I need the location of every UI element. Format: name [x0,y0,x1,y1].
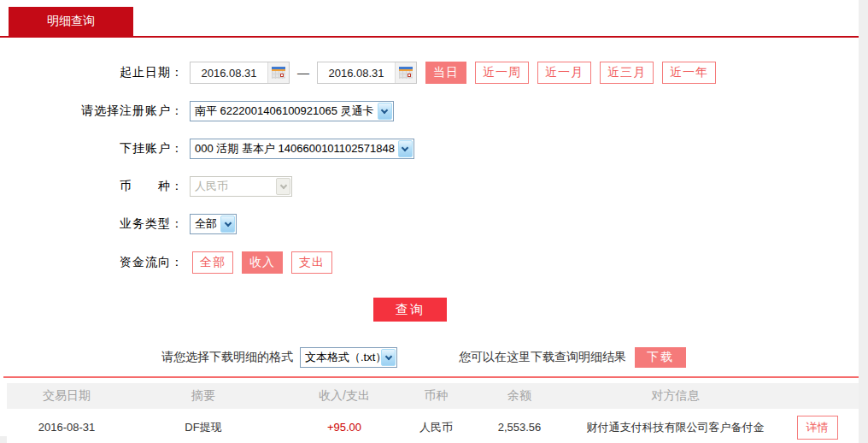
business-type-label: 业务类型： [0,216,184,232]
start-date-value[interactable]: 2016.08.31 [191,67,267,80]
calendar-icon [399,67,413,79]
row-counterparty: 财付通支付科技有限公司客户备付金 [575,420,776,435]
chevron-down-icon[interactable] [398,140,413,157]
end-date-value[interactable]: 2016.08.31 [318,67,395,80]
quick-range-today-button[interactable]: 当日 [425,62,466,84]
query-button[interactable]: 查询 [373,298,447,322]
download-format-label: 请您选择下载明细的格式 [161,350,293,365]
table-divider [3,376,859,378]
business-type-select[interactable]: 全部 [190,214,237,234]
row-actions: 详情 [776,416,859,440]
fund-flow-income-button[interactable]: 收入 [242,251,283,274]
quick-range-month-button[interactable]: 近一月 [537,62,591,84]
sub-account-value: 000 活期 基本户 1406600101102571848 [195,141,395,157]
sub-account-row: 下挂账户： 000 活期 基本户 1406600101102571848 [0,139,859,159]
main-panel: 明细查询 起止日期： 2016.08.31 — 2016.08.31 [0,0,859,436]
query-button-row: 查询 [0,298,859,322]
date-range-row: 起止日期： 2016.08.31 — 2016.08.31 当日 近一周 [0,62,859,84]
fund-flow-row: 资金流向： 全部 收入 支出 [0,251,859,274]
currency-value: 人民币 [195,179,228,194]
row-summary: DF提现 [126,420,280,435]
table-row: 2016-08-31 DF提现 +95.00 人民币 2,553.56 财付通支… [7,409,859,443]
fund-flow-label: 资金流向： [0,255,184,270]
row-currency: 人民币 [408,420,464,435]
end-date-input[interactable]: 2016.08.31 [317,62,417,84]
chevron-down-icon [276,178,290,195]
currency-row: 币 种： 人民币 [0,176,859,197]
registered-account-row: 请选择注册账户： 南平 6222001406100921065 灵通卡 [0,101,859,121]
sub-account-label: 下挂账户： [0,141,184,157]
table-header-row: 交易日期 摘要 收入/支出 币种 余额 对方信息 [7,383,859,409]
fund-flow-expense-button[interactable]: 支出 [291,251,332,274]
download-hint: 您可以在这里下载查询明细结果 [459,350,626,365]
chevron-down-icon[interactable] [220,216,235,233]
header-currency: 币种 [408,388,464,404]
registered-account-value: 南平 6222001406100921065 灵通卡 [195,103,374,119]
download-format-value: 文本格式（.txt） [305,350,386,365]
header-counterparty: 对方信息 [575,388,776,404]
fund-flow-all-button[interactable]: 全部 [192,251,233,274]
header-balance: 余额 [464,388,575,404]
business-type-row: 业务类型： 全部 [0,214,859,234]
header-summary: 摘要 [126,388,280,404]
query-form: 起止日期： 2016.08.31 — 2016.08.31 当日 近一周 [0,38,859,322]
quick-range-week-button[interactable]: 近一周 [475,62,529,84]
header-amount: 收入/支出 [280,388,408,404]
end-date-calendar-button[interactable] [395,62,416,83]
detail-button[interactable]: 详情 [797,416,838,440]
header-date: 交易日期 [7,388,126,404]
results-table: 交易日期 摘要 收入/支出 币种 余额 对方信息 2016-08-31 DF提现… [7,383,859,443]
tab-detail-query[interactable]: 明细查询 [9,7,133,36]
row-date: 2016-08-31 [7,421,126,434]
chevron-down-icon[interactable] [378,103,392,120]
download-button[interactable]: 下载 [635,347,686,368]
quick-range-year-button[interactable]: 近一年 [662,62,716,84]
tab-bar: 明细查询 [0,0,859,38]
row-balance: 2,553.56 [464,421,575,434]
currency-select: 人民币 [190,176,292,197]
chevron-down-icon[interactable] [381,349,396,366]
calendar-icon [272,67,285,79]
download-format-select[interactable]: 文本格式（.txt） [300,347,397,368]
quick-range-3months-button[interactable]: 近三月 [600,62,654,84]
date-range-label: 起止日期： [0,65,184,80]
start-date-input[interactable]: 2016.08.31 [190,62,290,84]
sub-account-select[interactable]: 000 活期 基本户 1406600101102571848 [190,139,414,159]
row-amount: +95.00 [280,421,408,434]
start-date-calendar-button[interactable] [267,62,289,83]
date-range-separator: — [297,66,309,80]
registered-account-select[interactable]: 南平 6222001406100921065 灵通卡 [190,101,394,121]
business-type-value: 全部 [195,216,217,232]
currency-label: 币 种： [0,179,184,194]
registered-account-label: 请选择注册账户： [0,103,184,119]
download-row: 请您选择下载明细的格式 文本格式（.txt） 您可以在这里下载查询明细结果 下载 [0,347,859,368]
